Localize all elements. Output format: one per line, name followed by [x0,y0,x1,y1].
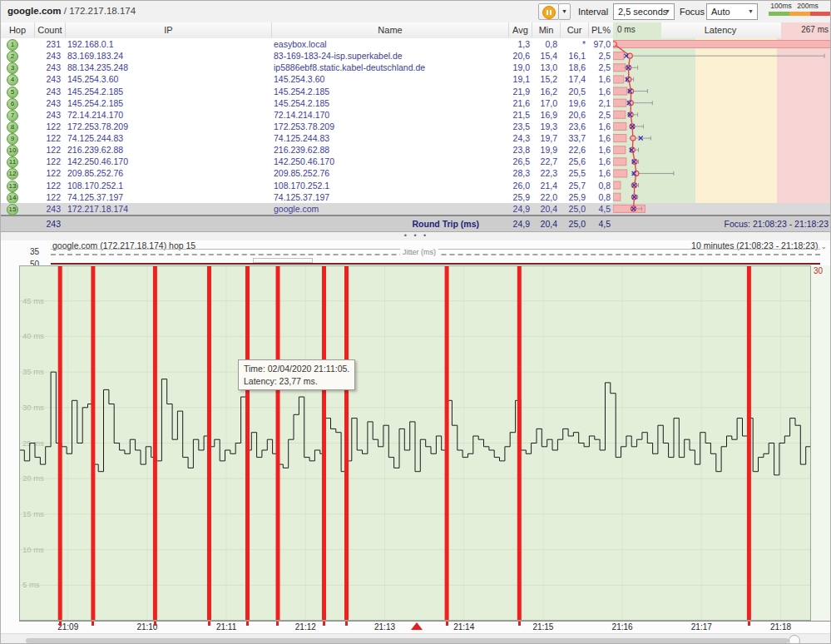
loss-tick [276,622,279,626]
cell-ip[interactable]: 145.254.2.185 [67,86,123,97]
packet-loss-bar [517,265,522,621]
view-position-marker[interactable] [411,622,423,630]
loss-tick [208,622,210,626]
cell-name[interactable]: google.com [274,203,319,215]
x-axis-line [19,621,831,622]
cell-pl: 1,6 [577,121,611,132]
cell-name[interactable]: 209.85.252.76 [274,167,329,179]
x-tick-label: 21:11 [216,622,236,632]
col-ip[interactable]: IP [65,22,271,37]
focus-value: Auto [711,7,730,17]
cell-pl: 1,6 [577,86,611,97]
cell-count: 122 [26,156,61,167]
cell-name[interactable]: 145.254.2.185 [274,97,329,109]
cell-pl: 2,5 [577,50,611,62]
cell-ip[interactable]: 108.170.252.1 [67,180,123,191]
cell-name[interactable]: 145.254.3.60 [274,73,324,85]
packet-loss-bar [322,265,326,621]
cell-ip[interactable]: 83.169.183.24 [67,50,123,62]
jitter-line [51,263,820,265]
cell-ip[interactable]: 74.125.244.83 [67,132,123,144]
col-pl[interactable]: PL% [588,22,613,37]
cell-ip[interactable]: 172.217.18.174 [67,203,128,215]
cell-ip[interactable]: 142.250.46.170 [67,156,128,167]
chevron-down-icon: ▼ [665,4,670,19]
grid-label: 5 ms [22,580,40,589]
cell-name[interactable]: easybox.local [274,38,327,50]
cell-pl: 97,0 [577,38,611,50]
cell-name[interactable]: 72.14.214.170 [274,109,329,121]
cell-name[interactable]: ip5886ebf8.static.kabel-deutschland.de [274,62,425,73]
interval-label: Interval [578,7,608,17]
cell-pl: 1,6 [577,144,611,156]
summary-label: Round Trip (ms) [334,216,479,231]
pause-dropdown-button[interactable]: ▼ [558,3,571,20]
col-avg[interactable]: Avg [508,22,532,37]
hop-badge: 13 [7,181,18,192]
packet-loss-bar [91,265,95,621]
packet-loss-bar [445,265,449,621]
scrollbar-track-bar[interactable] [26,638,789,643]
cell-count: 122 [26,121,61,132]
cell-ip[interactable]: 216.239.62.88 [67,144,123,156]
pause-button[interactable] [538,3,559,20]
col-hop[interactable]: Hop [1,22,34,37]
x-tick-label: 21:17 [691,622,712,632]
packet-loss-bar [207,265,211,621]
legend-200ms-label: 200ms [794,2,822,10]
x-tick-label: 21:15 [532,622,553,632]
cell-name[interactable]: 108.170.252.1 [274,180,329,191]
time-graph-panel: google.com (172.217.18.174) hop 15 10 mi… [1,240,831,633]
grid-label: 35 ms [22,367,44,376]
summary-count: 243 [26,216,61,231]
cell-name[interactable]: 172.253.78.209 [274,121,334,132]
summary-row: 243 Round Trip (ms) 24,9 20,4 25,0 4,5 F… [1,215,831,232]
grid-label: 45 ms [22,296,44,305]
col-min[interactable]: Min [532,22,560,37]
cell-ip[interactable]: 209.85.252.76 [67,167,123,179]
packet-loss-bar [58,265,62,621]
hop-badge: 15 [7,204,18,215]
legend-color-segment [810,12,831,16]
cell-ip[interactable]: 88.134.235.248 [67,62,128,73]
cell-name[interactable]: 74.125.37.197 [274,191,329,203]
packet-loss-bar [153,265,157,621]
col-cur[interactable]: Cur [560,22,588,37]
cell-name[interactable]: 83-169-183-24-isp.superkabel.de [274,50,403,62]
panel-splitter[interactable]: • • • [1,232,831,240]
cell-ip[interactable]: 172.253.78.209 [67,121,128,132]
summary-pl: 4,5 [577,216,611,231]
legend-color-segment [789,12,810,16]
focus-select[interactable]: Auto▼ [706,3,758,20]
latency-time-chart[interactable]: 45 ms40 ms35 ms30 ms25 ms20 ms15 ms10 ms… [19,265,811,621]
col-count[interactable]: Count [34,22,65,37]
x-tick-label: 21:14 [453,622,474,632]
focus-range-text: Focus: 21:08:23 - 21:18:23 [724,216,829,231]
col-name[interactable]: Name [271,22,508,37]
col-latency[interactable]: Latency [666,22,774,37]
cell-name[interactable]: 216.239.62.88 [274,144,329,156]
cell-ip[interactable]: 145.254.2.185 [67,97,123,109]
hop-badge: 5 [7,87,18,98]
hop-badge: 8 [7,121,18,133]
loss-tick [59,622,62,626]
cell-pl: 2,1 [577,97,611,109]
latency-scale-min: 0 ms [616,22,650,37]
cell-ip[interactable]: 74.125.37.197 [67,191,123,203]
jitter-strip: Jitter (ms) [51,249,820,266]
cell-ip[interactable]: 72.14.214.170 [67,109,123,121]
cell-pl: 4,5 [577,203,611,215]
cell-name[interactable]: 74.125.244.83 [274,132,329,144]
cell-name[interactable]: 145.254.2.185 [274,86,329,97]
hop-badge: 10 [7,145,18,156]
cell-count: 243 [26,203,61,215]
cell-name[interactable]: 142.250.46.170 [274,156,334,167]
cell-ip[interactable]: 192.168.0.1 [67,38,113,50]
scrollbar-thumb[interactable] [789,635,800,644]
interval-select[interactable]: 2,5 seconds▼ [613,3,675,20]
timeline-scrollbar[interactable] [1,633,831,644]
table-header: Hop Count IP Name Avg Min Cur PL% 0 ms L… [1,22,831,39]
packet-loss-axis-strip [811,265,831,621]
cell-ip[interactable]: 145.254.3.60 [67,73,118,85]
toolbar: google.com / 172.217.18.174 ▼ Interval 2… [1,1,831,23]
